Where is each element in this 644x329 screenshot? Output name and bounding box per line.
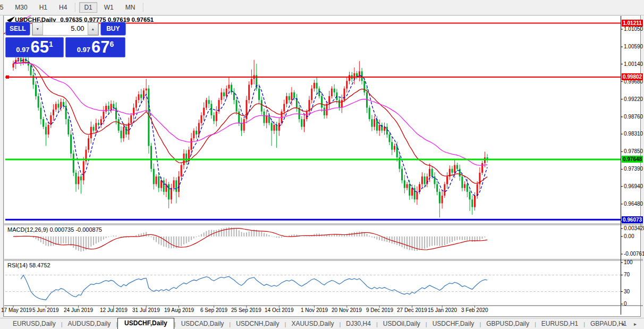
date-axis-label: 31 Jul 2019 xyxy=(132,307,160,313)
tab-usdcad-daily[interactable]: USDCAD,Daily xyxy=(176,319,230,329)
buy-price-big: 67 xyxy=(91,39,109,55)
date-axis-label: 14 Oct 2019 xyxy=(265,307,293,313)
price-axis-label: 0.96480 xyxy=(624,201,643,207)
price-axis-label: 1.00140 xyxy=(624,61,643,67)
tab-gbpusd-daily[interactable]: GBPUSD,Daily xyxy=(481,319,535,329)
date-axis-label: 6 Sep 2019 xyxy=(200,307,227,313)
tab-eurusd-h1[interactable]: EURUSD,H1 xyxy=(536,319,583,329)
timeframe-button-h1[interactable]: H1 xyxy=(35,2,52,13)
price-axis-label: 0.97850 xyxy=(624,148,643,154)
timeframe-button-h4[interactable]: H4 xyxy=(54,2,72,13)
tab-xauusd-daily[interactable]: XAUUSD,Daily xyxy=(286,319,339,329)
one-click-trade-panel: SELL ▼ 5.00 ▲ BUY 0.97 65 1 0.97 67 6 xyxy=(5,22,126,57)
toolbar-separator xyxy=(75,3,76,12)
date-axis-label: 24 Jun 2019 xyxy=(64,307,93,313)
date-axis-label: 5 Jun 2019 xyxy=(32,307,59,313)
buy-button[interactable]: BUY xyxy=(100,22,126,36)
date-axis-label: 25 Sep 2019 xyxy=(231,307,261,313)
date-axis-label: 19 Aug 2019 xyxy=(164,307,194,313)
tab-usdoil-daily[interactable]: USDOil,Daily xyxy=(378,319,426,329)
timeframe-button-w1[interactable]: W1 xyxy=(99,2,118,13)
tab-scroll-arrows[interactable]: ◂ ▸ xyxy=(621,321,641,327)
macd-axis-label: -0.007615 xyxy=(624,251,644,257)
timeframe-button-mn[interactable]: MN xyxy=(121,2,140,13)
sell-price-sup: 1 xyxy=(49,40,53,48)
price-axis-label: 0.99220 xyxy=(624,96,643,102)
price-axis-label: 1.01050 xyxy=(624,26,643,32)
price-level-badge: 1.01211 xyxy=(622,20,643,27)
date-axis-label: 12 Jul 2019 xyxy=(100,307,128,313)
price-axis-label: 0.97390 xyxy=(624,166,643,172)
sell-price-small: 0.97 xyxy=(16,45,29,55)
volume-increase-icon[interactable]: ▲ xyxy=(88,22,98,35)
toolbar-separator xyxy=(143,3,144,12)
tab-eurusd-daily[interactable]: EURUSD,Daily xyxy=(7,319,61,329)
chart-window xyxy=(3,15,641,317)
tab-dj30-h4[interactable]: DJ30,H4 xyxy=(341,319,376,329)
sell-price-box[interactable]: 0.97 65 1 xyxy=(5,37,64,57)
price-level-badge: 0.97648 xyxy=(622,156,643,163)
tab-usdchf-daily[interactable]: USDCHF,Daily xyxy=(427,319,480,329)
date-axis-label: 1 Nov 2019 xyxy=(301,307,328,313)
buy-price-small: 0.97 xyxy=(77,45,90,55)
volume-stepper: ▼ 5.00 ▲ xyxy=(32,22,99,36)
timeframe-button-d1[interactable]: D1 xyxy=(79,2,97,13)
timeframe-button-15[interactable]: 15 xyxy=(0,2,8,13)
volume-input[interactable]: 5.00 xyxy=(43,22,88,35)
macd-axis-label: 0.00 xyxy=(624,233,634,239)
price-axis-label: 1.00590 xyxy=(624,44,643,49)
date-axis-label: 17 May 2019 xyxy=(1,307,32,313)
price-level-badge: 0.96073 xyxy=(622,216,643,223)
timeframe-button-m30[interactable]: M30 xyxy=(10,2,32,13)
macd-indicator-label: MACD(12,26,9) 0.000735 -0.000875 xyxy=(7,226,102,233)
buy-price-sup: 6 xyxy=(110,40,114,48)
sell-button[interactable]: SELL xyxy=(5,22,30,36)
date-axis-label: 9 Dec 2019 xyxy=(366,307,393,313)
date-axis-label: 15 Jan 2020 xyxy=(428,307,457,313)
price-axis-label: 0.98760 xyxy=(624,114,643,120)
rsi-axis-label: 70 xyxy=(624,272,630,277)
price-level-badge: 0.99802 xyxy=(622,73,643,80)
date-axis-label: 3 Feb 2020 xyxy=(461,307,488,313)
rsi-axis-label: 100 xyxy=(624,259,633,265)
symbol-tab-bar: EURUSD,Daily|AUDUSD,Daily|USDCHF,Daily|U… xyxy=(0,318,644,329)
volume-decrease-icon[interactable]: ▼ xyxy=(32,22,43,35)
rsi-indicator-label: RSI(14) 58.4752 xyxy=(7,262,50,268)
tab-usdchf-daily[interactable]: USDCHF,Daily xyxy=(117,318,174,329)
buy-price-box[interactable]: 0.97 67 6 xyxy=(65,37,125,57)
sell-price-big: 65 xyxy=(31,39,49,55)
tab-audusd-daily[interactable]: AUDUSD,Daily xyxy=(63,319,116,329)
date-axis-label: 27 Dec 2019 xyxy=(397,307,427,313)
date-axis-label: 20 Nov 2019 xyxy=(332,307,362,313)
timeframe-toolbar: 15M30H1H4D1W1MN xyxy=(0,0,644,15)
rsi-axis-label: 0 xyxy=(624,301,627,307)
tab-usdcnh-daily[interactable]: USDCNH,Daily xyxy=(231,319,284,329)
price-axis-label: 0.98310 xyxy=(624,131,643,137)
rsi-axis-label: 30 xyxy=(624,289,630,294)
macd-axis-label: 0.003428 xyxy=(624,225,644,231)
price-axis-label: 0.96940 xyxy=(624,183,643,189)
